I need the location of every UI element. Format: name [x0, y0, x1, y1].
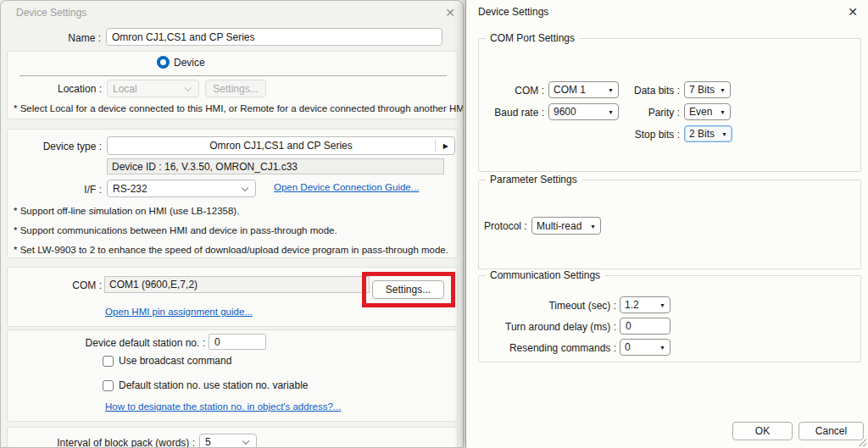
window-title: Device Settings — [478, 6, 548, 18]
com-panel: COM : COM1 (9600,E,7,2) Settings... Open… — [7, 267, 458, 327]
device-settings-dialog: Device Settings ✕ Name : Device Location… — [0, 0, 464, 448]
broadcast-checkbox-label: Use broadcast command — [119, 355, 231, 367]
parameter-settings-title: Parameter Settings — [486, 174, 581, 185]
checkbox-unchecked-icon[interactable] — [103, 356, 114, 367]
chevron-down-icon — [242, 184, 248, 191]
combobox-divider — [435, 140, 436, 152]
default-station-checkbox-row[interactable]: Default station no. use station no. vari… — [103, 379, 308, 391]
com-settings-dialog: Device Settings ✕ COM Port Settings COM … — [465, 0, 868, 448]
station-designate-link[interactable]: How to designate the station no. in obje… — [105, 401, 341, 412]
timeout-value: 1.2 — [625, 299, 639, 311]
location-settings-button[interactable]: Settings... — [205, 80, 266, 97]
checkbox-unchecked-icon[interactable] — [103, 380, 114, 391]
parameter-settings-group: Parameter Settings Protocol : Multi-read… — [478, 180, 861, 269]
window-title: Device Settings — [16, 7, 86, 19]
name-label: Name : — [18, 32, 101, 44]
com-value-field: COM1 (9600,E,7,2) — [104, 276, 370, 293]
dropdown-arrow-icon: ▼ — [720, 109, 726, 115]
communication-settings-title: Communication Settings — [486, 269, 604, 281]
turn-around-delay-label: Turn around delay (ms) : — [479, 321, 616, 333]
support-note-3: * Set LW-9903 to 2 to enhance the speed … — [14, 245, 448, 255]
com-port-settings-title: COM Port Settings — [486, 32, 579, 44]
dropdown-arrow-icon: ▼ — [721, 131, 727, 137]
com-port-settings-group: COM Port Settings COM : COM 1 ▼ Data bit… — [478, 38, 861, 172]
interval-label: Interval of block pack (words) : — [8, 437, 195, 448]
baud-rate-label: Baud rate : — [479, 107, 544, 119]
location-label: Location : — [8, 83, 102, 95]
station-panel: Device default station no. : Use broadca… — [7, 329, 458, 422]
stop-bits-dropdown[interactable]: 2 Bits ▼ — [684, 125, 732, 142]
device-radio-selected-icon[interactable] — [157, 56, 170, 69]
support-note-1: * Support off-line simulation on HMI (us… — [14, 206, 239, 216]
cancel-button[interactable]: Cancel — [798, 422, 864, 440]
if-value: RS-232 — [113, 183, 147, 195]
location-dropdown[interactable]: Local — [107, 80, 199, 97]
turn-around-delay-input[interactable] — [620, 318, 670, 335]
close-icon[interactable]: ✕ — [442, 4, 459, 21]
parity-dropdown[interactable]: Even ▼ — [684, 103, 731, 120]
timeout-dropdown[interactable]: 1.2 ▼ — [620, 296, 670, 313]
timeout-label: Timeout (sec) : — [479, 300, 616, 312]
device-connection-guide-link[interactable]: Open Device Connection Guide... — [274, 182, 419, 192]
device-type-panel: Device type : Omron CJ1,CS1 and CP Serie… — [7, 129, 458, 258]
communication-settings-group: Communication Settings Timeout (sec) : 1… — [478, 275, 861, 362]
data-bits-value: 7 Bits — [689, 84, 715, 96]
expand-right-icon[interactable]: ▶ — [443, 142, 448, 150]
interval-value: 5 — [205, 436, 211, 448]
support-note-2: * Support communications between HMI and… — [14, 225, 337, 235]
dropdown-arrow-icon: ▼ — [659, 302, 665, 308]
ok-button[interactable]: OK — [732, 422, 793, 440]
device-radio-label: Device — [174, 57, 205, 69]
protocol-label: Protocol : — [484, 220, 531, 232]
interval-dropdown[interactable]: 5 — [199, 434, 257, 448]
protocol-value: Multi-read — [537, 220, 581, 232]
device-type-value: Omron CJ1,CS1 and CP Series — [209, 140, 353, 152]
device-radio-row[interactable]: Device — [157, 56, 205, 69]
com-settings-button[interactable]: Settings... — [372, 280, 444, 299]
close-icon[interactable]: ✕ — [844, 3, 861, 20]
device-id-field: Device ID : 16, V.3.50, OMRON_CJ1.c33 — [107, 158, 444, 174]
stop-bits-value: 2 Bits — [689, 128, 715, 140]
name-input[interactable] — [106, 28, 442, 46]
if-dropdown[interactable]: RS-232 — [107, 180, 256, 197]
parity-value: Even — [689, 106, 712, 118]
dropdown-arrow-icon: ▼ — [720, 87, 726, 93]
station-input[interactable] — [209, 334, 266, 350]
protocol-dropdown[interactable]: Multi-read ▼ — [531, 217, 601, 235]
data-bits-label: Data bits : — [564, 85, 680, 97]
location-value: Local — [113, 83, 137, 95]
device-type-combobox[interactable]: Omron CJ1,CS1 and CP Series ▶ — [107, 136, 455, 155]
device-location-panel: Device Location : Local Settings... * Se… — [7, 51, 458, 119]
device-type-label: Device type : — [8, 141, 102, 152]
location-note: * Select Local for a device connected to… — [14, 103, 464, 113]
default-station-checkbox-label: Default station no. use station no. vari… — [119, 379, 308, 391]
dropdown-arrow-icon: ▼ — [659, 345, 665, 351]
panel-divider — [19, 75, 447, 76]
parity-label: Parity : — [564, 107, 680, 119]
if-label: I/F : — [8, 184, 102, 196]
station-label: Device default station no. : — [8, 337, 205, 349]
broadcast-checkbox-row[interactable]: Use broadcast command — [103, 355, 231, 367]
com-label: COM : — [8, 279, 102, 291]
com-label: COM : — [479, 85, 544, 97]
chevron-down-icon — [242, 438, 249, 445]
hmi-pin-guide-link[interactable]: Open HMI pin assignment guide... — [105, 307, 253, 317]
resending-commands-value: 0 — [625, 341, 631, 353]
block-pack-panel: Interval of block pack (words) : 5 — [7, 427, 458, 448]
data-bits-dropdown[interactable]: 7 Bits ▼ — [684, 81, 731, 98]
chevron-down-icon — [185, 84, 192, 91]
dropdown-arrow-icon: ▼ — [590, 223, 596, 229]
resending-commands-dropdown[interactable]: 0 ▼ — [620, 339, 670, 356]
resending-commands-label: Resending commands : — [479, 342, 616, 354]
stop-bits-label: Stop bits : — [564, 129, 680, 141]
